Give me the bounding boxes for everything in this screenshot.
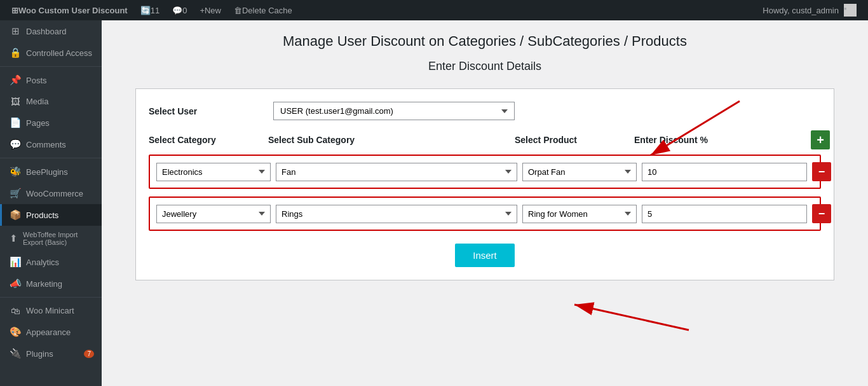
sidebar: ⊞ Dashboard 🔒 Controlled Access 📌 Posts … <box>0 20 102 386</box>
minicart-icon: 🛍 <box>10 305 21 316</box>
header-product: Select Product <box>515 132 629 148</box>
sidebar-item-label: Analytics <box>26 258 59 267</box>
sidebar-item-label: Marketing <box>26 279 62 289</box>
user-select-row: Select User USER (test.user1@gmail.com) <box>149 102 821 120</box>
comments-icon: 💬 <box>172 6 182 15</box>
discount-row-2: Jewellery Electronics Rings Fan Ring for… <box>149 196 821 231</box>
plus-icon: + <box>200 6 205 15</box>
marketing-icon: 📣 <box>10 278 21 289</box>
sidebar-item-label: Pages <box>26 118 50 128</box>
section-title: Enter Discount Details <box>117 60 853 73</box>
header-category: Select Category <box>149 132 263 148</box>
updates-link[interactable]: 🔄 11 <box>134 0 166 20</box>
avatar: ▪ <box>844 4 857 17</box>
sidebar-item-plugins[interactable]: 🔌 Plugins 7 <box>0 343 102 364</box>
plugins-badge: 7 <box>84 350 94 358</box>
discount-form: Select User USER (test.user1@gmail.com) … <box>135 88 834 280</box>
page-title: Manage User Discount on Categories / Sub… <box>117 33 853 50</box>
comments-link[interactable]: 💬 0 <box>166 0 193 20</box>
sidebar-item-posts[interactable]: 📌 Posts <box>0 69 102 91</box>
webtoffee-icon: ⬆ <box>10 233 18 244</box>
sidebar-item-marketing[interactable]: 📣 Marketing <box>0 273 102 294</box>
site-name-link[interactable]: ⊞ Woo Custom User Discount <box>5 0 134 20</box>
sidebar-item-media[interactable]: 🖼 Media <box>0 91 102 112</box>
user-info: Howdy, custd_admin ▪ <box>756 4 863 17</box>
menu-separator <box>0 158 102 158</box>
sidebar-item-webtoffee[interactable]: ⬆ WebToffee Import Export (Basic) <box>0 226 102 251</box>
table-headers: Select Category Select Sub Category Sele… <box>149 130 821 149</box>
menu-separator <box>0 66 102 67</box>
sidebar-item-label: Dashboard <box>26 27 67 36</box>
sidebar-item-pages[interactable]: 📄 Pages <box>0 112 102 134</box>
discount-row: Electronics Jewellery Fan Rings Orpat Fa… <box>149 155 821 189</box>
sidebar-item-dashboard[interactable]: ⊞ Dashboard <box>0 20 102 42</box>
sidebar-item-label: Posts <box>26 76 47 85</box>
sidebar-item-products[interactable]: 📦 Products <box>0 204 102 226</box>
category-select-1[interactable]: Electronics Jewellery <box>156 163 271 181</box>
delete-cache-link[interactable]: 🗑 Delete Cache <box>227 0 299 20</box>
sidebar-item-beeplugins[interactable]: 🐝 BeePlugins <box>0 161 102 183</box>
select-user-label: Select User <box>149 106 263 116</box>
admin-bar: ⊞ Woo Custom User Discount 🔄 11 💬 0 + Ne… <box>0 0 868 20</box>
category-select-2[interactable]: Jewellery Electronics <box>156 205 271 223</box>
sidebar-item-appearance[interactable]: 🎨 Appearance <box>0 321 102 343</box>
sidebar-item-label: Woo Minicart <box>26 306 74 315</box>
sidebar-item-label: WooCommerce <box>26 189 83 198</box>
sidebar-item-label: WebToffee Import Export (Basic) <box>23 231 94 246</box>
analytics-icon: 📊 <box>10 256 21 268</box>
pages-icon: 📄 <box>10 117 21 128</box>
beeplugins-icon: 🐝 <box>10 166 21 177</box>
comments-icon: 💬 <box>10 139 21 150</box>
product-select-2[interactable]: Ring for Women Orpat Fan <box>522 205 637 223</box>
sidebar-item-woo-minicart[interactable]: 🛍 Woo Minicart <box>0 300 102 321</box>
cache-icon: 🗑 <box>234 6 242 15</box>
sidebar-item-woocommerce[interactable]: 🛒 WooCommerce <box>0 183 102 204</box>
insert-row: Insert <box>149 244 821 267</box>
sidebar-item-analytics[interactable]: 📊 Analytics <box>0 251 102 273</box>
main-content: Manage User Discount on Categories / Sub… <box>102 20 868 386</box>
header-discount: Enter Discount % <box>634 132 799 148</box>
plugins-icon: 🔌 <box>10 348 21 359</box>
products-icon: 📦 <box>10 209 21 221</box>
remove-row-1-button[interactable]: − <box>812 162 831 181</box>
sidebar-item-label: Plugins <box>26 349 53 359</box>
sidebar-item-label: BeePlugins <box>26 167 68 177</box>
header-subcategory: Select Sub Category <box>268 132 510 148</box>
updates-icon: 🔄 <box>140 6 151 15</box>
sidebar-item-label: Products <box>26 210 58 220</box>
dashboard-icon: ⊞ <box>10 25 21 37</box>
insert-button[interactable]: Insert <box>455 244 515 267</box>
product-select-1[interactable]: Orpat Fan Ring for Women <box>522 163 637 181</box>
sidebar-item-label: Controlled Access <box>26 48 92 58</box>
subcategory-select-1[interactable]: Fan Rings <box>276 163 517 181</box>
form-container: Select User USER (test.user1@gmail.com) … <box>117 88 853 280</box>
lock-icon: 🔒 <box>10 47 21 59</box>
select-user-dropdown[interactable]: USER (test.user1@gmail.com) <box>273 102 515 120</box>
new-content-link[interactable]: + New <box>193 0 227 20</box>
media-icon: 🖼 <box>10 96 21 107</box>
woocommerce-icon: 🛒 <box>10 188 21 199</box>
discount-input-1[interactable] <box>642 163 807 181</box>
svg-line-3 <box>574 305 689 330</box>
sidebar-item-label: Comments <box>26 140 66 149</box>
subcategory-select-2[interactable]: Rings Fan <box>276 205 517 223</box>
sidebar-item-label: Appearance <box>26 327 71 337</box>
menu-separator <box>0 297 102 298</box>
discount-input-2[interactable] <box>642 205 807 223</box>
sidebar-item-label: Media <box>26 97 48 106</box>
sidebar-item-controlled-access[interactable]: 🔒 Controlled Access <box>0 42 102 64</box>
wp-icon: ⊞ <box>11 6 18 15</box>
add-row-button[interactable]: + <box>811 130 830 149</box>
sidebar-item-comments[interactable]: 💬 Comments <box>0 134 102 155</box>
remove-row-2-button[interactable]: − <box>812 204 831 223</box>
posts-icon: 📌 <box>10 74 21 86</box>
appearance-icon: 🎨 <box>10 326 21 338</box>
